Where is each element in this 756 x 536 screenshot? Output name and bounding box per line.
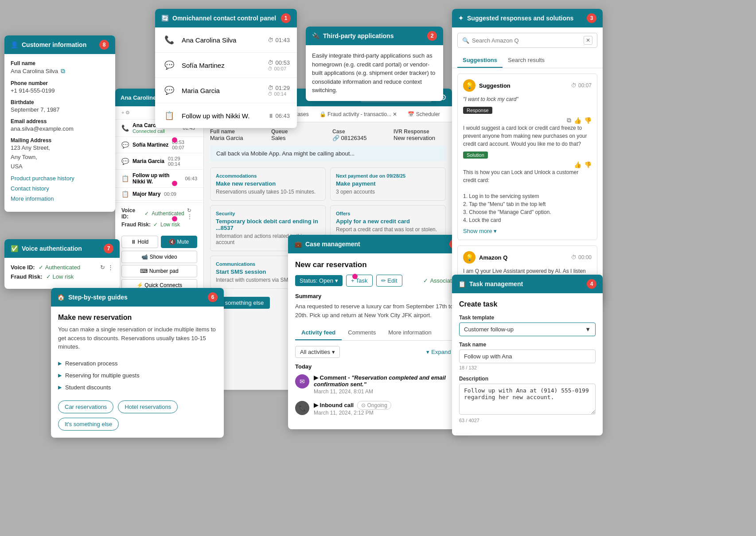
guide-item-reservation[interactable]: ▶ Reservation process [58, 357, 217, 369]
stepbystep-panel: 🏠 Step-by-step guides 6 Make new reserva… [51, 288, 224, 438]
template-select[interactable]: Customer follow-up ▼ [459, 322, 596, 336]
guide-item-student[interactable]: ▶ Student discounts [58, 381, 217, 393]
chat-icon-2: 💬 [162, 83, 176, 97]
check-icon-2: ✓ [46, 273, 51, 280]
case-mgmt-title: Case management [305, 241, 360, 248]
screen-tab-fraud[interactable]: 🔒 Fraud activity - transactio... ✕ [315, 109, 402, 119]
search-close-button[interactable]: ✕ [584, 36, 592, 45]
suggest-solution-actions: 👍 👎 [463, 161, 592, 168]
task-desc-count: 63 / 4027 [459, 418, 596, 423]
case-tab-more-info[interactable]: More information [382, 326, 438, 340]
contact-history-link[interactable]: Contact history [11, 185, 109, 192]
thumbs-down-button[interactable]: 👎 [584, 117, 592, 124]
refresh-icon[interactable]: ↻ [100, 264, 105, 271]
case-tab-comments[interactable]: Comments [342, 326, 382, 340]
suggest-tabs: Suggestions Search results [452, 53, 603, 68]
screen-tab-scheduler[interactable]: 📅 Scheduler [403, 109, 444, 119]
car-reservations-button[interactable]: Car reservations [58, 400, 113, 413]
status-open-button[interactable]: Status: Open ▾ [295, 275, 343, 286]
voice-auth-header: ✅ Voice authentication 7 [4, 239, 120, 258]
activity-avatar-comment: ✉ [295, 374, 309, 388]
suggest-icon-2: 💡 [463, 251, 475, 264]
contact-list-item[interactable]: 💬 Sofía Martinez 00:53 00:07 [115, 137, 203, 153]
fraud-risk-row: Fraud Risk: ✓ Low risk [11, 273, 113, 280]
voice-auth-body: Voice ID: ✓ Authenticated ↻ ⋮ Fraud Risk… [4, 258, 120, 289]
suggested-search-input[interactable] [472, 37, 581, 44]
task-desc-textarea[interactable]: Follow up with Ana at (914) 555-0199 reg… [459, 384, 596, 415]
customer-info-title: Customer information [22, 41, 86, 48]
third-party-icon: 🔌 [312, 32, 320, 39]
dropdown-icon: ▼ [585, 326, 591, 333]
screen-fraud-risk: Fraud Risk: ✓ Low risk [121, 221, 197, 228]
contact-list-item[interactable]: 📋 Major Mary 00:09 [115, 188, 203, 201]
task-mgmt-panel: 📋 Task management 4 Create task Task tem… [452, 275, 603, 435]
third-party-body: Easily integrate third-party application… [306, 45, 443, 101]
activity-filter-select[interactable]: All activities ▾ [295, 346, 340, 358]
case-tabs: Activity feed Comments More information [295, 326, 458, 341]
action-card-payment[interactable]: Next payment due on 09/28/25 Make paymen… [330, 167, 446, 201]
suggested-badge: 3 [587, 13, 596, 23]
case-tab-activity[interactable]: Activity feed [295, 326, 342, 340]
check-icon: ✓ [39, 264, 43, 271]
suggest-body: 💡 Suggestion ⏱ 00:07 "I want to lock my … [452, 68, 603, 303]
stepbystep-header: 🏠 Step-by-step guides 6 [51, 288, 224, 307]
task-name-input[interactable] [459, 350, 596, 363]
customer-address-row: Mailing Address 123 Any Street, Any Town… [11, 137, 109, 170]
hold-button[interactable]: ⏸ Hold [121, 236, 158, 248]
thumbs-up-solution-button[interactable]: 👍 [574, 161, 581, 168]
add-task-button[interactable]: + Task [346, 275, 373, 287]
chat-icon: 💬 [162, 58, 176, 72]
hotel-reservations-button[interactable]: Hotel reservations [118, 400, 178, 413]
omnichannel-panel: 🔄 Omnichannel contact control panel 1 📞 … [155, 9, 297, 128]
guide-buttons: Car reservations Hotel reservations It's… [58, 400, 217, 431]
suggested-search-bar[interactable]: 🔍 ✕ [457, 33, 597, 48]
third-party-description: Easily integrate third-party application… [312, 51, 437, 95]
copy-name-icon[interactable]: ⧉ [61, 67, 65, 75]
case-mgmt-panel: 💼 Case management 5 New car reservation … [288, 235, 465, 429]
task-name-count: 18 / 132 [459, 365, 596, 370]
omnichannel-contact-sofia[interactable]: 💬 Sofía Martinez ⏱ 00:53 ⏱ 00:07 [155, 53, 297, 78]
suggest-tab-suggestions[interactable]: Suggestions [457, 53, 503, 68]
action-card-reservation[interactable]: Accommodations Make new reservation Rese… [210, 167, 326, 201]
case-actions-row: Status: Open ▾ + Task ✏ Edit ✓ Associate… [295, 275, 458, 287]
connector-dot-1 [172, 137, 177, 143]
third-party-badge: 2 [427, 31, 437, 41]
task-mgmt-icon: 📋 [458, 280, 466, 287]
guide-title: Make new reservation [58, 314, 217, 322]
customer-info-header: 👤 Customer information 8 [4, 35, 115, 54]
customer-fullname-row: Full name Ana Carolina Silva ⧉ [11, 60, 109, 75]
suggested-responses-panel: ✦ Suggested responses and solutions 3 🔍 … [452, 9, 603, 303]
suggested-header: ✦ Suggested responses and solutions 3 [452, 9, 603, 27]
customer-info-badge: 8 [99, 40, 109, 50]
suggest-tab-search[interactable]: Search results [503, 53, 550, 68]
connector-dot-4 [352, 274, 358, 279]
more-icon[interactable]: ⋮ [108, 264, 113, 271]
number-pad-button[interactable]: ⌨ Number pad [121, 265, 197, 277]
omnichannel-contact-ana[interactable]: 📞 Ana Carolina Silva ⏱ 01:43 [155, 27, 297, 53]
product-history-link[interactable]: Product purchase history [11, 175, 109, 182]
thumbs-down-solution-button[interactable]: 👎 [584, 161, 592, 168]
omnichannel-contact-maria[interactable]: 💬 Maria Garcia ⏱ 01:29 ⏱ 00:14 [155, 78, 297, 103]
copy-response-button[interactable]: ⧉ [567, 117, 571, 124]
third-party-title: Third-party applications [323, 32, 394, 39]
guide-item-multiple[interactable]: ▶ Reserving for multiple guests [58, 369, 217, 381]
contact-list-item[interactable]: 💬 Maria Garcia 01:29 00:14 [115, 153, 203, 170]
contact-list-item[interactable]: 📋 Follow up with Nikki W. 06:43 [115, 170, 203, 188]
briefcase-icon: 💼 [294, 241, 302, 248]
stepbystep-badge: 6 [208, 292, 218, 302]
thumbs-up-button[interactable]: 👍 [574, 117, 581, 124]
edit-case-button[interactable]: ✏ Edit [376, 275, 402, 287]
show-video-button[interactable]: 📹 Show video [121, 251, 197, 263]
mute-button[interactable]: 🔇 Mute [161, 236, 198, 248]
omnichannel-contact-nikki[interactable]: 📋 Follow up with Nikki W. ⏸ 06:43 [155, 103, 297, 128]
suggest-card-1: 💡 Suggestion ⏱ 00:07 "I want to lock my … [457, 74, 597, 240]
house-icon: 🏠 [57, 294, 65, 301]
more-information-link[interactable]: More information [11, 195, 109, 202]
suggested-title: Suggested responses and solutions [467, 15, 573, 22]
third-party-header: 🔌 Third-party applications 2 [306, 27, 443, 45]
case-title: New car reservation [295, 260, 458, 269]
omnichannel-icon: 🔄 [161, 15, 169, 22]
show-more-button[interactable]: Show more ▾ [463, 228, 592, 234]
something-else-guide-button[interactable]: It's something else [58, 418, 119, 431]
connector-dot-3 [172, 216, 177, 221]
